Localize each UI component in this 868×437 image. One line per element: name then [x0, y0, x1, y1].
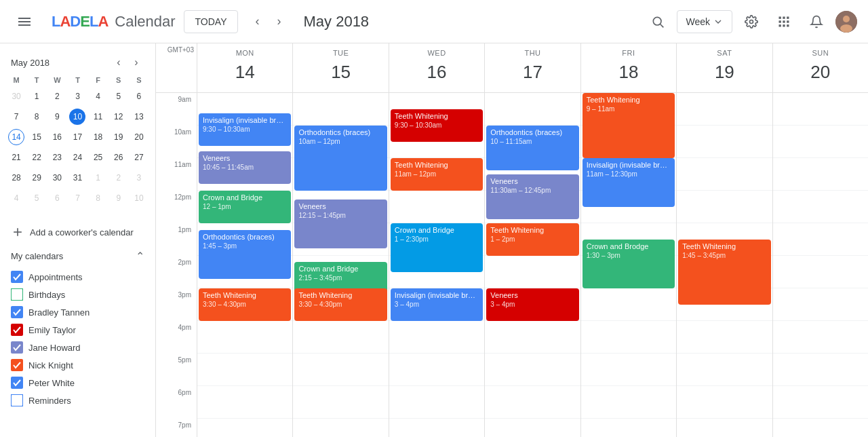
mini-cal-day[interactable]: 7: [7, 107, 26, 126]
mini-cal-day[interactable]: 13: [130, 107, 149, 126]
calendar-event[interactable]: Crown and Bridge1 – 2:30pm: [391, 223, 483, 272]
calendar-checkbox[interactable]: [11, 377, 23, 389]
mini-cal-day[interactable]: 5: [27, 189, 46, 208]
mini-cal-day[interactable]: 24: [68, 148, 87, 167]
mini-cal-day[interactable]: 22: [27, 148, 46, 167]
mini-cal-day[interactable]: 30: [7, 87, 26, 106]
mini-cal-day[interactable]: 23: [47, 148, 66, 167]
mini-cal-day[interactable]: 2: [47, 87, 66, 106]
calendar-event[interactable]: Invisalign (invisable braces)3 – 4pm: [391, 288, 483, 321]
calendar-item[interactable]: Bradley Tannen: [5, 303, 150, 321]
mini-cal-day[interactable]: 25: [89, 148, 108, 167]
next-button[interactable]: ›: [268, 11, 290, 33]
mini-cal-day[interactable]: 4: [7, 189, 26, 208]
calendar-event[interactable]: Teeth Whitening3:30 – 4:30pm: [199, 288, 291, 321]
mini-cal-day[interactable]: 10: [68, 107, 87, 126]
mini-cal-day[interactable]: 3: [68, 87, 87, 106]
calendar-event[interactable]: Teeth Whitening1 – 2pm: [486, 223, 578, 256]
calendar-item[interactable]: Peter White: [5, 374, 150, 392]
mini-cal-next[interactable]: ›: [128, 54, 144, 71]
calendar-event[interactable]: Orthodontics (braces)10 – 11:15am: [486, 126, 578, 170]
calendar-event[interactable]: Teeth Whitening1:45 – 3:45pm: [678, 240, 770, 305]
mini-cal-day[interactable]: 4: [89, 87, 108, 106]
mini-cal-day[interactable]: 7: [68, 189, 87, 208]
calendar-event[interactable]: Orthodontics (braces)1:45 – 3pm: [199, 230, 291, 279]
calendar-event[interactable]: Veneers11:30am – 12:45pm: [486, 174, 578, 219]
day-number[interactable]: 19: [709, 57, 739, 87]
calendar-checkbox[interactable]: [11, 359, 23, 371]
calendar-item[interactable]: Emily Taylor: [5, 321, 150, 339]
mini-cal-day[interactable]: 27: [130, 148, 149, 167]
mini-cal-day[interactable]: 11: [89, 107, 108, 126]
calendar-event[interactable]: Orthodontics (braces)10am – 12pm: [294, 126, 387, 191]
view-selector[interactable]: Week: [677, 10, 732, 33]
mini-cal-day[interactable]: 1: [89, 168, 108, 187]
calendar-event[interactable]: Invisalign (invisable braces)9:30 – 10:3…: [199, 113, 291, 146]
calendar-event[interactable]: Teeth Whitening3:30 – 4:30pm: [294, 288, 387, 321]
calendar-event[interactable]: Crown and Brodge1:30 – 3pm: [583, 240, 675, 288]
day-number[interactable]: 18: [614, 57, 644, 87]
calendar-item[interactable]: Jane Howard: [5, 339, 150, 356]
calendar-event[interactable]: Veneers3 – 4pm: [486, 288, 578, 321]
mini-cal-day[interactable]: 14: [7, 128, 26, 147]
mini-cal-day[interactable]: 17: [68, 128, 87, 147]
day-number[interactable]: 16: [422, 57, 452, 87]
mini-cal-day[interactable]: 30: [47, 168, 66, 187]
day-number[interactable]: 17: [517, 57, 547, 87]
day-number[interactable]: 15: [326, 57, 356, 87]
calendar-checkbox[interactable]: [11, 341, 23, 354]
search-button[interactable]: [644, 8, 671, 35]
day-name: Wed: [392, 49, 481, 57]
calendar-event[interactable]: Veneers10:45 – 11:45am: [199, 151, 291, 184]
calendar-event[interactable]: Teeth Whitening11am – 12pm: [391, 158, 483, 191]
mini-cal-day[interactable]: 10: [130, 189, 149, 208]
collapse-calendars-button[interactable]: ⌃: [136, 250, 144, 263]
mini-cal-day[interactable]: 31: [68, 168, 87, 187]
calendar-event[interactable]: Invisalign (invisable braces)11am – 12:3…: [583, 158, 675, 207]
mini-cal-day[interactable]: 1: [27, 87, 46, 106]
day-number[interactable]: 20: [806, 57, 835, 87]
mini-cal-day[interactable]: 18: [89, 128, 108, 147]
calendar-event[interactable]: Veneers12:15 – 1:45pm: [294, 200, 387, 248]
calendar-checkbox[interactable]: [11, 306, 23, 318]
mini-cal-day[interactable]: 15: [27, 128, 46, 147]
calendar-event[interactable]: Teeth Whitening9 – 11am: [583, 93, 675, 158]
mini-cal-day[interactable]: 16: [47, 128, 66, 147]
calendar-event[interactable]: Teeth Whitening9:30 – 10:30am: [391, 109, 483, 142]
prev-button[interactable]: ‹: [246, 11, 268, 33]
mini-cal-day[interactable]: 6: [47, 189, 66, 208]
calendar-item[interactable]: Birthdays: [5, 286, 150, 303]
mini-cal-day[interactable]: 19: [109, 128, 128, 147]
menu-button[interactable]: [11, 8, 38, 35]
calendar-checkbox[interactable]: [11, 394, 23, 406]
calendar-checkbox[interactable]: [11, 288, 23, 301]
calendar-item[interactable]: Reminders: [5, 392, 150, 409]
mini-cal-day[interactable]: 28: [7, 168, 26, 187]
mini-cal-prev[interactable]: ‹: [111, 54, 127, 71]
day-number[interactable]: 14: [230, 57, 260, 87]
mini-cal-day[interactable]: 21: [7, 148, 26, 167]
settings-button[interactable]: [738, 8, 765, 35]
mini-cal-day[interactable]: 2: [109, 168, 128, 187]
mini-cal-day[interactable]: 26: [109, 148, 128, 167]
mini-cal-day[interactable]: 3: [130, 168, 149, 187]
mini-cal-day[interactable]: 8: [89, 189, 108, 208]
mini-cal-day[interactable]: 6: [130, 87, 149, 106]
mini-cal-day[interactable]: 9: [47, 107, 66, 126]
add-coworker-button[interactable]: Add a coworker's calendar: [5, 220, 150, 244]
mini-cal-day[interactable]: 5: [109, 87, 128, 106]
notifications-button[interactable]: [803, 8, 830, 35]
avatar[interactable]: [835, 11, 857, 33]
mini-cal-day[interactable]: 9: [109, 189, 128, 208]
apps-button[interactable]: [770, 8, 797, 35]
calendar-checkbox[interactable]: [11, 324, 23, 336]
calendar-item[interactable]: Nick Knight: [5, 356, 150, 374]
calendar-item[interactable]: Appointments: [5, 268, 150, 286]
mini-cal-day[interactable]: 29: [27, 168, 46, 187]
mini-cal-day[interactable]: 20: [130, 128, 149, 147]
calendar-checkbox[interactable]: [11, 271, 23, 283]
today-button[interactable]: TODAY: [184, 10, 239, 33]
mini-cal-day[interactable]: 8: [27, 107, 46, 126]
mini-cal-day[interactable]: 12: [109, 107, 128, 126]
calendar-event[interactable]: Crown and Bridge12 – 1pm: [199, 191, 291, 223]
